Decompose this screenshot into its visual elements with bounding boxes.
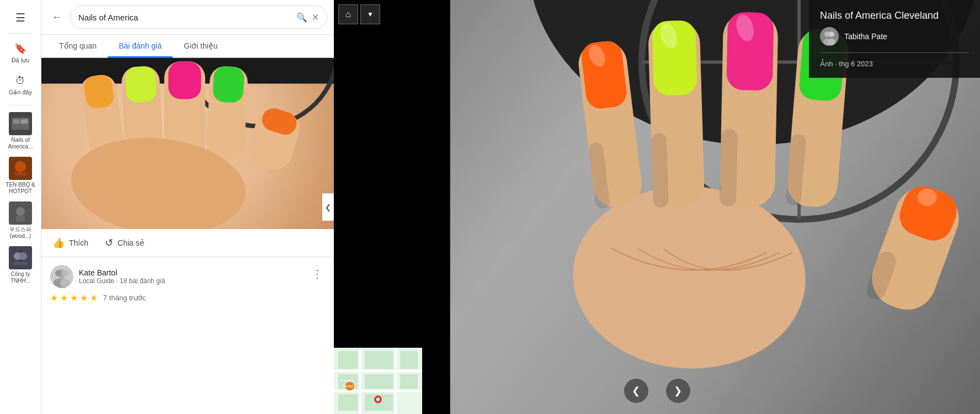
nearby-label: Gần đây: [9, 89, 32, 96]
reviewer-role: Local Guide · 18 bài đánh giá: [79, 277, 165, 285]
history-icon: ⏱: [15, 75, 25, 87]
clear-icon[interactable]: ✕: [312, 12, 319, 23]
place-thumb-bbq: [9, 157, 32, 180]
svg-point-12: [19, 252, 27, 260]
svg-rect-3: [21, 119, 28, 124]
chevron-left-icon: ❮: [325, 203, 331, 211]
overlay-photo-date: Ảnh · thg 6 2023: [820, 60, 969, 68]
share-icon: ↺: [105, 237, 113, 249]
bookmark-icon: 🔖: [14, 43, 26, 55]
svg-rect-2: [13, 119, 20, 124]
place-label-4: Công ty TNHH...: [2, 271, 39, 284]
like-label: Thích: [69, 238, 88, 247]
sidebar-divider-2: [9, 105, 31, 105]
place-thumb-spa: [9, 201, 32, 225]
place-thumb-company: [9, 246, 32, 269]
search-icon: 🔍: [296, 12, 307, 23]
sidebar-divider-1: [9, 33, 31, 34]
collapse-panel-button[interactable]: ❮: [322, 193, 334, 221]
review-photo[interactable]: [41, 58, 334, 229]
place-label-3: 우드스파 (wood...): [2, 226, 39, 240]
reviewer-section: Kate Bartol Local Guide · 18 bài đánh gi…: [41, 257, 334, 311]
back-icon: ←: [52, 12, 62, 23]
back-button[interactable]: ←: [48, 8, 66, 26]
reviewer-text: Kate Bartol Local Guide · 18 bài đánh gi…: [79, 268, 165, 285]
main-panel: ← Nails of America 🔍 ✕ Tổng quan Bài đán…: [41, 0, 334, 414]
tab-tongquan[interactable]: Tổng quan: [48, 35, 108, 57]
tab-baidanhgia[interactable]: Bài đánh giá: [108, 35, 173, 57]
svg-rect-9: [16, 216, 25, 221]
svg-point-17: [55, 270, 62, 277]
star-4: ★: [80, 293, 88, 303]
place-label-1: Nails of America...: [2, 137, 39, 150]
map-thumbnail[interactable]: [334, 348, 422, 414]
place-thumb-nails: [9, 112, 32, 135]
star-2: ★: [60, 293, 68, 303]
svg-rect-13: [13, 262, 28, 265]
sidebar: ☰ 🔖 Đã lưu ⏱ Gần đây Nails of America...: [0, 0, 41, 414]
reviewer-name: Kate Bartol: [79, 268, 165, 277]
sidebar-place-2[interactable]: TEN BBQ & HOTPOT: [0, 153, 41, 198]
prev-image-button[interactable]: ❮: [624, 379, 648, 403]
search-input[interactable]: Nails of America: [78, 13, 292, 22]
overlay-reviewer-name: Tabitha Pate: [844, 32, 887, 41]
action-bar: 👍 Thích ↺ Chia sẻ: [41, 229, 334, 257]
share-button[interactable]: ↺ Chia sẻ: [105, 237, 145, 249]
like-icon: 👍: [52, 237, 65, 249]
nails-image-canvas: [41, 58, 334, 229]
search-bar: ← Nails of America 🔍 ✕: [41, 0, 334, 35]
svg-point-5: [15, 161, 26, 172]
saved-button[interactable]: 🔖 Đã lưu: [0, 37, 41, 70]
star-1: ★: [50, 293, 58, 303]
svg-point-8: [16, 207, 25, 216]
share-label: Chia sẻ: [118, 238, 145, 247]
sidebar-place-1[interactable]: Nails of America...: [0, 109, 41, 153]
svg-point-18: [62, 270, 68, 277]
svg-point-23: [829, 31, 834, 37]
reviewer-header: Kate Bartol Local Guide · 18 bài đánh gi…: [50, 265, 325, 288]
tab-gioithieu[interactable]: Giới thiệu: [173, 35, 229, 57]
overlay-reviewer-row: Tabitha Pate: [820, 27, 969, 53]
top-toolbar: ⌂ ▼: [334, 0, 385, 29]
image-viewer: ⌂ ▼ Nails of America Cleveland Tabitha P…: [334, 0, 980, 414]
star-5: ★: [90, 293, 98, 303]
toolbar-dropdown-button[interactable]: ▼: [360, 4, 380, 24]
tabs-bar: Tổng quan Bài đánh giá Giới thiệu: [41, 35, 334, 58]
review-time: 7 tháng trước: [103, 294, 146, 302]
sidebar-place-4[interactable]: Công ty TNHH...: [0, 243, 41, 288]
menu-icon: ☰: [15, 11, 25, 24]
review-content: 👍 Thích ↺ Chia sẻ: [41, 58, 334, 414]
sidebar-place-3[interactable]: 우드스파 (wood...): [0, 198, 41, 243]
svg-rect-6: [14, 172, 26, 176]
stars-row: ★ ★ ★ ★ ★ 7 tháng trước: [50, 293, 325, 303]
svg-point-20: [60, 279, 70, 286]
saved-label: Đã lưu: [12, 57, 30, 64]
search-input-box: Nails of America 🔍 ✕: [70, 6, 327, 29]
menu-button[interactable]: ☰: [0, 6, 41, 30]
place-label-2: TEN BBQ & HOTPOT: [2, 182, 39, 195]
reviewer-avatar: [50, 265, 73, 288]
map-canvas: [334, 348, 422, 414]
svg-point-25: [828, 39, 835, 45]
overlay-place-name: Nails of America Cleveland: [820, 10, 969, 22]
next-image-button[interactable]: ❯: [666, 379, 690, 403]
star-3: ★: [70, 293, 78, 303]
chevron-left-icon: ❮: [632, 385, 640, 397]
overlay-reviewer-avatar: [820, 27, 839, 46]
chevron-right-icon: ❯: [674, 385, 682, 397]
nearby-button[interactable]: ⏱ Gần đây: [0, 70, 41, 102]
more-options-button[interactable]: ⋮: [310, 265, 325, 283]
like-button[interactable]: 👍 Thích: [52, 237, 88, 249]
reviewer-info: Kate Bartol Local Guide · 18 bài đánh gi…: [50, 265, 165, 288]
info-overlay: Nails of America Cleveland Tabitha Pate …: [809, 0, 980, 78]
toolbar-home-button[interactable]: ⌂: [338, 4, 358, 24]
